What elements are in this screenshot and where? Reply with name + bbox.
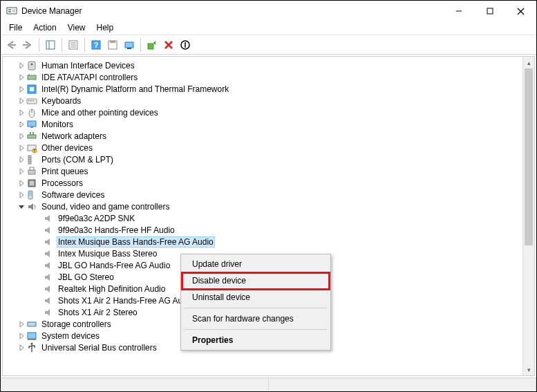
expand-icon[interactable] xyxy=(17,131,26,141)
tree-category[interactable]: IDE ATA/ATAPI controllers xyxy=(7,71,522,83)
svg-rect-34 xyxy=(28,121,36,127)
svg-rect-37 xyxy=(30,132,31,135)
category-label: Mice and other pointing devices xyxy=(40,108,160,118)
tree-category[interactable]: Mice and other pointing devices xyxy=(7,106,522,118)
svg-rect-20 xyxy=(148,44,153,49)
scan-hardware-button[interactable] xyxy=(122,37,137,53)
scroll-thumb[interactable] xyxy=(525,68,533,245)
uninstall-button[interactable] xyxy=(161,37,176,53)
expand-icon[interactable] xyxy=(17,155,26,165)
context-update-driver[interactable]: Update driver xyxy=(182,256,329,272)
tree-device[interactable]: Intex Musique Bass Hands-Free AG Audio xyxy=(7,236,522,248)
back-button[interactable] xyxy=(3,37,19,53)
context-menu: Update driver Disable device Uninstall d… xyxy=(180,254,331,351)
device-label: JBL GO Stereo xyxy=(57,272,115,282)
minimize-button[interactable] xyxy=(443,1,474,21)
context-separator xyxy=(184,308,328,308)
svg-rect-2 xyxy=(8,11,11,12)
toolbar: ? xyxy=(1,35,536,55)
tree-category[interactable]: Processors xyxy=(7,177,522,189)
svg-rect-55 xyxy=(28,339,36,340)
expand-icon[interactable] xyxy=(17,343,26,353)
show-hide-tree-button[interactable] xyxy=(43,37,58,53)
svg-rect-25 xyxy=(28,74,30,75)
vertical-scrollbar[interactable]: ▴ ▾ xyxy=(522,57,534,375)
tree-category[interactable]: Print queues xyxy=(7,165,522,177)
expand-icon[interactable] xyxy=(17,96,26,106)
toolbar-separator xyxy=(39,38,39,52)
svg-point-43 xyxy=(29,157,30,158)
svg-rect-24 xyxy=(28,75,36,80)
svg-rect-49 xyxy=(30,181,34,185)
disable-button[interactable] xyxy=(178,37,193,53)
menu-view[interactable]: View xyxy=(62,21,91,35)
svg-rect-19 xyxy=(127,48,131,49)
speaker-icon xyxy=(43,283,54,295)
svg-rect-3 xyxy=(12,9,15,12)
tree-category[interactable]: Keyboards xyxy=(7,95,522,106)
close-button[interactable] xyxy=(505,1,536,21)
context-uninstall-device[interactable]: Uninstall device xyxy=(182,289,329,306)
expand-icon[interactable] xyxy=(17,84,26,94)
category-label: Human Interface Devices xyxy=(40,61,136,71)
menu-file[interactable]: File xyxy=(3,21,28,35)
properties-button[interactable] xyxy=(66,37,81,53)
tree-category[interactable]: Network adapters xyxy=(7,130,522,142)
expand-icon[interactable] xyxy=(17,61,26,71)
tree-device[interactable]: 9f9e0a3c A2DP SNK xyxy=(7,212,522,224)
tree-category[interactable]: Intel(R) Dynamic Platform and Thermal Fr… xyxy=(7,83,522,95)
scroll-up-button[interactable]: ▴ xyxy=(523,57,534,68)
tree-category[interactable]: ?Other devices xyxy=(7,142,522,153)
svg-rect-22 xyxy=(28,62,35,70)
device-label: JBL GO Hands-Free AG Audio xyxy=(57,261,171,270)
forward-button[interactable] xyxy=(20,37,35,53)
expand-icon[interactable] xyxy=(17,167,26,176)
context-disable-device[interactable]: Disable device xyxy=(182,272,329,289)
tree-category[interactable]: Ports (COM & LPT) xyxy=(7,153,522,165)
speaker-icon xyxy=(43,307,54,318)
expand-icon[interactable] xyxy=(17,319,26,329)
expand-icon[interactable] xyxy=(17,143,26,153)
scroll-track[interactable] xyxy=(523,68,534,364)
expand-icon[interactable] xyxy=(17,73,26,82)
category-label: Other devices xyxy=(40,143,94,153)
scroll-down-button[interactable]: ▾ xyxy=(523,364,534,375)
action-button[interactable] xyxy=(105,37,120,53)
device-label: Intex Musique Bass Hands-Free AG Audio xyxy=(57,236,215,248)
category-label: Monitors xyxy=(40,120,75,129)
svg-rect-54 xyxy=(28,333,36,339)
collapse-icon[interactable] xyxy=(17,202,26,212)
help-button[interactable]: ? xyxy=(88,37,104,53)
tree-category[interactable]: Monitors xyxy=(7,118,522,130)
category-label: Ports (COM & LPT) xyxy=(40,155,115,165)
toolbar-separator xyxy=(84,38,85,52)
context-properties[interactable]: Properties xyxy=(182,332,329,348)
expand-icon[interactable] xyxy=(17,331,26,341)
cpu-icon xyxy=(26,178,37,189)
maximize-button[interactable] xyxy=(474,1,505,21)
expand-icon[interactable] xyxy=(17,178,26,188)
expand-icon[interactable] xyxy=(17,108,26,118)
context-scan-hardware[interactable]: Scan for hardware changes xyxy=(182,310,329,327)
category-label: Print queues xyxy=(40,167,89,176)
expand-icon[interactable] xyxy=(17,190,26,200)
menu-action[interactable]: Action xyxy=(28,21,62,35)
speaker-icon xyxy=(43,225,54,236)
tree-category[interactable]: Sound, video and game controllers xyxy=(7,200,522,212)
svg-rect-17 xyxy=(110,41,115,43)
toolbar-separator xyxy=(62,38,62,52)
expand-icon[interactable] xyxy=(17,120,26,129)
statusbar xyxy=(1,377,536,391)
category-label: Storage controllers xyxy=(40,319,113,329)
speaker-icon xyxy=(43,295,54,306)
update-driver-button[interactable] xyxy=(144,37,160,53)
tree-device[interactable]: 9f9e0a3c Hands-Free HF Audio xyxy=(7,224,522,236)
tree-category[interactable]: Human Interface Devices xyxy=(7,59,522,71)
sound-icon xyxy=(26,201,37,212)
svg-rect-1 xyxy=(8,9,11,10)
svg-rect-27 xyxy=(30,87,34,91)
system-icon xyxy=(26,330,37,342)
titlebar: Device Manager xyxy=(1,1,536,21)
menu-help[interactable]: Help xyxy=(91,21,120,35)
tree-category[interactable]: Software devices xyxy=(7,189,522,200)
